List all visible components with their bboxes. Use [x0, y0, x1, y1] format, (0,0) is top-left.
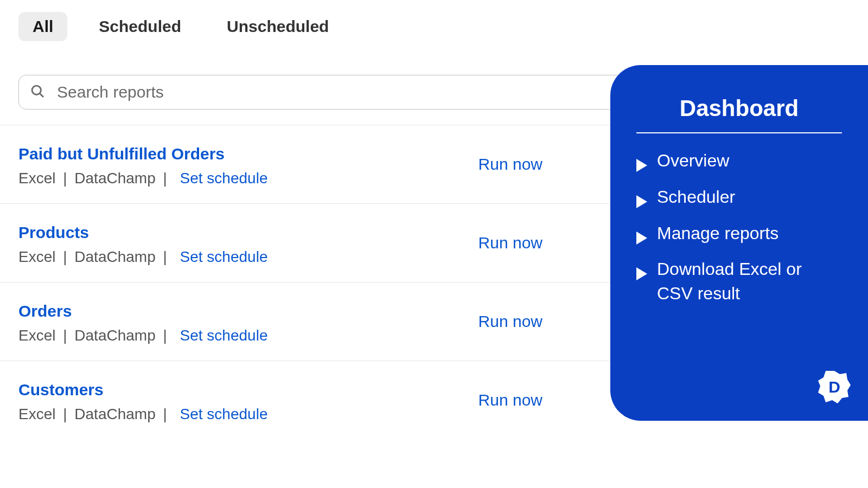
- report-source: DataChamp: [74, 327, 155, 344]
- filter-tabs: All Scheduled Unscheduled: [0, 0, 868, 53]
- report-format: Excel: [18, 327, 55, 344]
- logo-badge-icon: D: [817, 370, 852, 404]
- report-source: DataChamp: [74, 248, 155, 265]
- run-now-button[interactable]: Run now: [478, 312, 542, 331]
- svg-marker-3: [636, 195, 647, 208]
- run-now-button[interactable]: Run now: [478, 234, 542, 252]
- report-source: DataChamp: [74, 406, 155, 422]
- report-source: DataChamp: [74, 170, 155, 187]
- dashboard-item-scheduler[interactable]: Scheduler: [636, 185, 842, 215]
- set-schedule-link[interactable]: Set schedule: [180, 170, 268, 187]
- triangle-right-icon: [636, 190, 647, 215]
- separator: |: [63, 327, 67, 344]
- separator: |: [63, 406, 67, 422]
- separator: |: [63, 248, 67, 265]
- separator: |: [163, 406, 167, 422]
- svg-marker-2: [636, 159, 647, 172]
- tab-unscheduled[interactable]: Unscheduled: [213, 12, 343, 41]
- separator: |: [163, 327, 167, 344]
- dashboard-title: Dashboard: [636, 95, 842, 132]
- tab-all[interactable]: All: [18, 12, 67, 41]
- dashboard-item-label: Overview: [657, 149, 729, 173]
- dashboard-items: Overview Scheduler Manage reports Downlo…: [636, 149, 842, 306]
- triangle-right-icon: [636, 262, 647, 287]
- report-title-link[interactable]: Customers: [18, 381, 104, 399]
- svg-text:D: D: [828, 378, 840, 396]
- dashboard-panel: Dashboard Overview Scheduler Manage repo…: [610, 65, 868, 421]
- dashboard-item-label: Manage reports: [657, 221, 778, 246]
- run-now-button[interactable]: Run now: [478, 391, 542, 409]
- triangle-right-icon: [636, 154, 647, 178]
- divider: [636, 132, 842, 133]
- dashboard-item-manage-reports[interactable]: Manage reports: [636, 221, 842, 251]
- run-now-button[interactable]: Run now: [478, 155, 542, 174]
- svg-marker-5: [636, 267, 647, 280]
- separator: |: [63, 170, 67, 187]
- set-schedule-link[interactable]: Set schedule: [180, 406, 268, 422]
- dashboard-item-label: Scheduler: [657, 185, 735, 209]
- report-format: Excel: [18, 170, 55, 187]
- set-schedule-link[interactable]: Set schedule: [180, 327, 268, 344]
- dashboard-item-download[interactable]: Download Excel or CSV result: [636, 257, 842, 306]
- svg-marker-4: [636, 232, 647, 245]
- report-title-link[interactable]: Orders: [18, 302, 72, 320]
- search-icon: [30, 84, 45, 101]
- report-format: Excel: [18, 248, 55, 265]
- dashboard-item-label: Download Excel or CSV result: [657, 257, 842, 306]
- report-title-link[interactable]: Products: [18, 223, 89, 242]
- svg-line-1: [40, 94, 43, 97]
- report-title-link[interactable]: Paid but Unfulfilled Orders: [18, 145, 225, 163]
- set-schedule-link[interactable]: Set schedule: [180, 248, 268, 265]
- svg-point-0: [32, 86, 41, 94]
- separator: |: [163, 248, 167, 265]
- dashboard-item-overview[interactable]: Overview: [636, 149, 842, 178]
- tab-scheduled[interactable]: Scheduled: [85, 12, 195, 41]
- triangle-right-icon: [636, 227, 647, 251]
- separator: |: [163, 170, 167, 187]
- report-format: Excel: [18, 406, 55, 422]
